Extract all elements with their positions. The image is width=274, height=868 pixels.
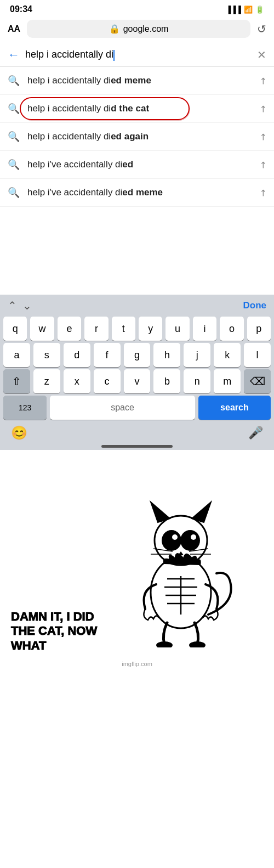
key-c[interactable]: c (94, 369, 121, 393)
search-key[interactable]: search (198, 396, 271, 420)
home-bar (101, 445, 173, 448)
svg-point-19 (189, 641, 206, 647)
keyboard-row-2: a s d f g h j k l (3, 343, 271, 367)
search-icon-1: 🔍 (8, 75, 20, 87)
keyboard: ⌃ ⌄ Done q w e r t y u i o p a s d f g h… (0, 295, 274, 450)
keyboard-row-4: 123 space search (3, 396, 271, 420)
suggestion-text-4: help i've accidentally died (27, 159, 252, 170)
suggestion-item-1[interactable]: 🔍 help i accidentally died meme ↗ (0, 67, 274, 95)
meme-text: DAMN IT, I DID THE CAT, NOW WHAT (11, 610, 99, 653)
arrow-icon-2: ↗ (256, 103, 269, 115)
key-o[interactable]: o (220, 317, 243, 341)
key-g[interactable]: g (124, 343, 151, 367)
prev-icon[interactable]: ⌃ (8, 299, 17, 312)
battery-icon: 🔋 (255, 5, 264, 14)
key-d[interactable]: d (64, 343, 90, 367)
emoji-button[interactable]: 😊 (11, 425, 27, 441)
key-s[interactable]: s (33, 343, 60, 367)
key-y[interactable]: y (139, 317, 162, 341)
suggestion-text-5: help i've accidentally died meme (27, 187, 252, 198)
keyboard-nav: ⌃ ⌄ (8, 299, 32, 312)
suggestion-text-3: help i accidentally died again (27, 131, 252, 142)
suggestion-text-2: help i accidentally did the cat (27, 103, 252, 114)
keyboard-row-1: q w e r t y u i o p (3, 317, 271, 341)
num-key[interactable]: 123 (3, 396, 47, 420)
key-u[interactable]: u (165, 317, 189, 341)
meme-section: DAMN IT, I DID THE CAT, NOW WHAT (0, 450, 274, 669)
suggestions-list: 🔍 help i accidentally died meme ↗ 🔍 help… (0, 67, 274, 207)
key-f[interactable]: f (94, 343, 121, 367)
key-j[interactable]: j (184, 343, 210, 367)
suggestion-item-4[interactable]: 🔍 help i've accidentally died ↗ (0, 151, 274, 179)
svg-point-10 (180, 530, 200, 551)
search-bar: ← help i accidentally di ✕ (0, 43, 274, 67)
url-text: google.com (123, 24, 169, 34)
search-input[interactable]: help i accidentally di (25, 49, 252, 60)
svg-marker-7 (151, 502, 170, 522)
url-pill[interactable]: 🔒 google.com (27, 20, 250, 38)
key-h[interactable]: h (153, 343, 180, 367)
watermark: imgflip.com (122, 661, 152, 667)
svg-marker-8 (192, 502, 211, 522)
key-n[interactable]: n (184, 369, 210, 393)
shift-key[interactable]: ⇧ (3, 369, 30, 393)
svg-point-12 (191, 534, 196, 540)
suggestion-item-3[interactable]: 🔍 help i accidentally died again ↗ (0, 123, 274, 151)
clear-button[interactable]: ✕ (257, 48, 266, 61)
key-q[interactable]: q (3, 317, 27, 341)
arrow-icon-4: ↗ (256, 159, 269, 171)
search-icon-5: 🔍 (8, 187, 20, 199)
wifi-icon: 📶 (244, 5, 253, 14)
svg-point-18 (156, 641, 173, 647)
key-z[interactable]: z (33, 369, 60, 393)
back-button[interactable]: ← (8, 48, 20, 62)
cat-figure (121, 483, 241, 647)
key-k[interactable]: k (214, 343, 241, 367)
refresh-button[interactable]: ↺ (257, 22, 266, 36)
status-bar: 09:34 ▐▐▐ 📶 🔋 (0, 0, 274, 16)
key-l[interactable]: l (244, 343, 271, 367)
key-r[interactable]: r (84, 317, 108, 341)
key-x[interactable]: x (64, 369, 90, 393)
cursor (113, 50, 115, 61)
arrow-icon-3: ↗ (256, 131, 269, 143)
key-p[interactable]: p (247, 317, 271, 341)
mic-button[interactable]: 🎤 (248, 426, 263, 440)
home-indicator (0, 441, 274, 450)
key-b[interactable]: b (153, 369, 180, 393)
search-icon-2: 🔍 (8, 103, 20, 115)
signal-icon: ▐▐▐ (226, 5, 241, 14)
keyboard-extra-row: 😊 🎤 (0, 422, 274, 441)
arrow-icon-1: ↗ (256, 75, 269, 87)
aa-button[interactable]: AA (8, 24, 20, 34)
separator (0, 207, 274, 295)
search-icon-4: 🔍 (8, 159, 20, 171)
key-v[interactable]: v (124, 369, 151, 393)
done-button[interactable]: Done (243, 300, 267, 311)
svg-point-11 (172, 534, 178, 540)
key-a[interactable]: a (3, 343, 30, 367)
address-bar: AA 🔒 google.com ↺ (0, 16, 274, 43)
backspace-key[interactable]: ⌫ (244, 369, 271, 393)
status-time: 09:34 (10, 4, 32, 14)
lock-icon: 🔒 (109, 24, 120, 34)
query-text: help i accidentally di (25, 49, 113, 60)
svg-point-9 (162, 530, 181, 551)
status-icons: ▐▐▐ 📶 🔋 (226, 5, 264, 14)
keyboard-row-3: ⇧ z x c v b n m ⌫ (3, 369, 271, 393)
suggestion-item-2[interactable]: 🔍 help i accidentally did the cat ↗ (0, 95, 274, 123)
suggestion-item-5[interactable]: 🔍 help i've accidentally died meme ↗ (0, 179, 274, 207)
key-w[interactable]: w (30, 317, 54, 341)
space-key[interactable]: space (50, 396, 195, 420)
key-e[interactable]: e (58, 317, 81, 341)
keyboard-top-bar: ⌃ ⌄ Done (0, 295, 274, 314)
key-i[interactable]: i (193, 317, 216, 341)
search-icon-3: 🔍 (8, 131, 20, 143)
suggestion-text-1: help i accidentally died meme (27, 75, 252, 86)
next-icon[interactable]: ⌄ (22, 299, 32, 312)
arrow-icon-5: ↗ (256, 187, 269, 199)
key-m[interactable]: m (214, 369, 241, 393)
key-t[interactable]: t (112, 317, 135, 341)
